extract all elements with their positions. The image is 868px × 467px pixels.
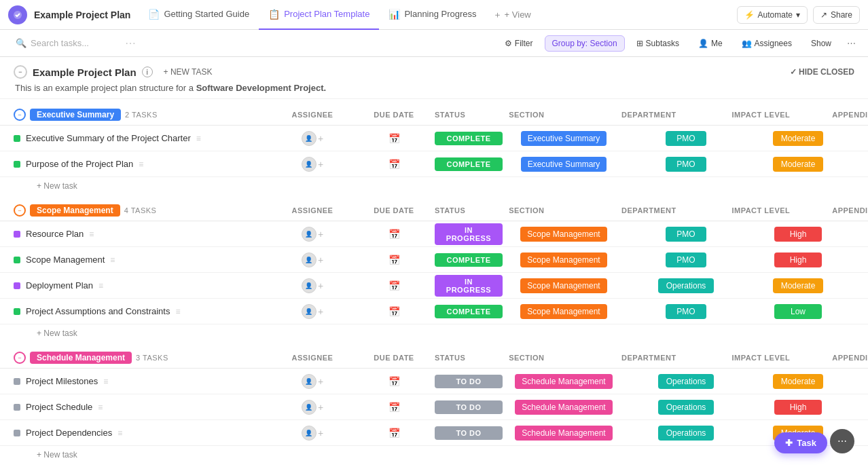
status-badge[interactable]: TO DO bbox=[435, 375, 503, 388]
calendar-icon[interactable]: 📅 bbox=[388, 255, 400, 265]
status-badge[interactable]: IN PROGRESS bbox=[435, 275, 503, 297]
collapse-scope-button[interactable]: − bbox=[14, 204, 26, 217]
dept-cell: PMO bbox=[625, 253, 747, 267]
appendix-cell[interactable]: 📄 bbox=[849, 306, 868, 317]
calendar-icon[interactable]: 📅 bbox=[388, 306, 400, 317]
avatar: 👤 bbox=[302, 253, 317, 267]
main-content: − Example Project Plan i + NEW TASK ✓ HI… bbox=[0, 57, 868, 467]
task-menu-icon[interactable]: ≡ bbox=[89, 229, 94, 239]
task-menu-icon[interactable]: ≡ bbox=[139, 160, 143, 169]
subtasks-button[interactable]: ⊞ Subtasks bbox=[629, 35, 687, 52]
collapse-project-button[interactable]: − bbox=[14, 65, 27, 79]
status-badge[interactable]: COMPLETE bbox=[435, 305, 503, 318]
add-assignee-icon[interactable]: + bbox=[318, 280, 323, 291]
collapse-icon: − bbox=[18, 69, 22, 75]
status-badge[interactable]: TO DO bbox=[435, 400, 503, 414]
task-menu-icon[interactable]: ≡ bbox=[175, 307, 180, 316]
group-by-button[interactable]: Group by: Section bbox=[545, 35, 625, 52]
due-date-cell[interactable]: 📅 bbox=[353, 306, 435, 317]
add-assignee-icon[interactable]: + bbox=[318, 133, 323, 144]
appendix-cell[interactable]: 📄 bbox=[849, 402, 868, 413]
task-menu-icon[interactable]: ≡ bbox=[98, 403, 103, 412]
add-assignee-icon[interactable]: + bbox=[318, 229, 323, 240]
search-box[interactable]: 🔍 Search tasks... bbox=[8, 35, 117, 52]
add-assignee-icon[interactable]: + bbox=[318, 306, 323, 317]
avatar: 👤 bbox=[302, 157, 317, 172]
calendar-icon[interactable]: 📅 bbox=[388, 229, 400, 240]
new-task-exec[interactable]: + New task bbox=[0, 177, 868, 195]
status-cell[interactable]: TO DO bbox=[435, 400, 503, 414]
add-assignee-icon[interactable]: + bbox=[318, 255, 323, 265]
status-cell[interactable]: COMPLETE bbox=[435, 253, 503, 267]
toolbar-more-icon[interactable]: ⋯ bbox=[843, 35, 860, 51]
new-task-button[interactable]: + NEW TASK bbox=[158, 65, 218, 79]
dept-badge: PMO bbox=[666, 131, 706, 146]
due-date-cell[interactable]: 📅 bbox=[353, 255, 435, 265]
status-badge[interactable]: COMPLETE bbox=[435, 157, 503, 171]
calendar-icon[interactable]: 📅 bbox=[388, 402, 400, 413]
fab-more-button[interactable]: ⋯ bbox=[830, 429, 854, 453]
status-cell[interactable]: TO DO bbox=[435, 426, 503, 440]
status-cell[interactable]: TO DO bbox=[435, 375, 503, 388]
appendix-cell[interactable]: 📄 bbox=[849, 376, 868, 387]
appendix-cell[interactable]: 📄 bbox=[849, 229, 868, 240]
status-cell[interactable]: IN PROGRESS bbox=[435, 275, 503, 297]
due-date-cell[interactable]: 📅 bbox=[353, 402, 435, 413]
section-executive-summary: − Executive Summary 2 TASKS ASSIGNEE DUE… bbox=[0, 105, 868, 195]
status-cell[interactable]: COMPLETE bbox=[435, 132, 503, 145]
show-button[interactable]: Show bbox=[803, 35, 839, 52]
status-cell[interactable]: COMPLETE bbox=[435, 157, 503, 171]
task-menu-icon[interactable]: ≡ bbox=[117, 428, 122, 438]
tab-getting-started[interactable]: 📄 Getting Started Guide bbox=[139, 0, 259, 30]
due-date-cell[interactable]: 📅 bbox=[353, 133, 435, 144]
due-date-cell[interactable]: 📅 bbox=[353, 376, 435, 387]
section-tag: Executive Summary bbox=[521, 157, 607, 172]
assignees-button[interactable]: 👥 Assignees bbox=[734, 35, 799, 52]
due-date-cell[interactable]: 📅 bbox=[353, 229, 435, 240]
appendix-cell[interactable]: 📄 bbox=[849, 280, 868, 291]
add-assignee-icon[interactable]: + bbox=[318, 402, 323, 413]
appendix-cell[interactable]: 📄 bbox=[849, 255, 868, 265]
tab-project-plan[interactable]: 📋 Project Plan Template bbox=[259, 0, 379, 30]
task-menu-icon[interactable]: ≡ bbox=[98, 281, 103, 291]
info-icon[interactable]: i bbox=[142, 67, 153, 77]
status-cell[interactable]: IN PROGRESS bbox=[435, 223, 503, 245]
collapse-schedule-button[interactable]: − bbox=[14, 352, 26, 364]
status-cell[interactable]: COMPLETE bbox=[435, 305, 503, 318]
me-button[interactable]: 👤 Me bbox=[691, 35, 730, 52]
col-section-scope: SECTION bbox=[465, 206, 587, 214]
filter-button[interactable]: ⚙ Filter bbox=[497, 35, 541, 52]
collapse-exec-button[interactable]: − bbox=[14, 109, 26, 121]
share-button[interactable]: ↗ Share bbox=[813, 6, 860, 24]
task-count-scope: 4 TASKS bbox=[124, 206, 157, 214]
hide-closed-button[interactable]: ✓ HIDE CLOSED bbox=[790, 67, 854, 77]
appendix-cell[interactable]: 📄 bbox=[849, 133, 868, 144]
subtasks-icon: ⊞ bbox=[636, 39, 643, 48]
add-view-button[interactable]: ＋ + View bbox=[486, 9, 538, 21]
add-assignee-icon[interactable]: + bbox=[318, 159, 323, 170]
calendar-icon[interactable]: 📅 bbox=[388, 376, 400, 387]
due-date-cell[interactable]: 📅 bbox=[353, 428, 435, 438]
calendar-icon[interactable]: 📅 bbox=[388, 428, 400, 438]
task-menu-icon[interactable]: ≡ bbox=[196, 134, 201, 143]
status-badge[interactable]: COMPLETE bbox=[435, 132, 503, 145]
new-task-schedule[interactable]: + New task bbox=[0, 446, 868, 464]
new-task-fab[interactable]: ✚ ✚ Task Task bbox=[774, 432, 827, 453]
calendar-icon[interactable]: 📅 bbox=[388, 280, 400, 291]
calendar-icon[interactable]: 📅 bbox=[388, 159, 400, 170]
status-badge[interactable]: COMPLETE bbox=[435, 253, 503, 267]
due-date-cell[interactable]: 📅 bbox=[353, 159, 435, 170]
task-menu-icon[interactable]: ≡ bbox=[110, 255, 115, 265]
status-badge[interactable]: IN PROGRESS bbox=[435, 223, 503, 245]
status-badge[interactable]: TO DO bbox=[435, 426, 503, 440]
add-assignee-icon[interactable]: + bbox=[318, 428, 323, 438]
automate-button[interactable]: ⚡ Automate ▾ bbox=[737, 6, 808, 24]
task-menu-icon[interactable]: ≡ bbox=[103, 377, 108, 386]
add-assignee-icon[interactable]: + bbox=[318, 376, 323, 387]
calendar-icon[interactable]: 📅 bbox=[388, 133, 400, 144]
tab-planning-progress[interactable]: 📊 Planning Progress bbox=[379, 0, 486, 30]
search-more-icon[interactable]: ⋯ bbox=[125, 37, 136, 50]
due-date-cell[interactable]: 📅 bbox=[353, 280, 435, 291]
appendix-cell[interactable]: 📄 bbox=[849, 159, 868, 170]
new-task-scope[interactable]: + New task bbox=[0, 324, 868, 342]
